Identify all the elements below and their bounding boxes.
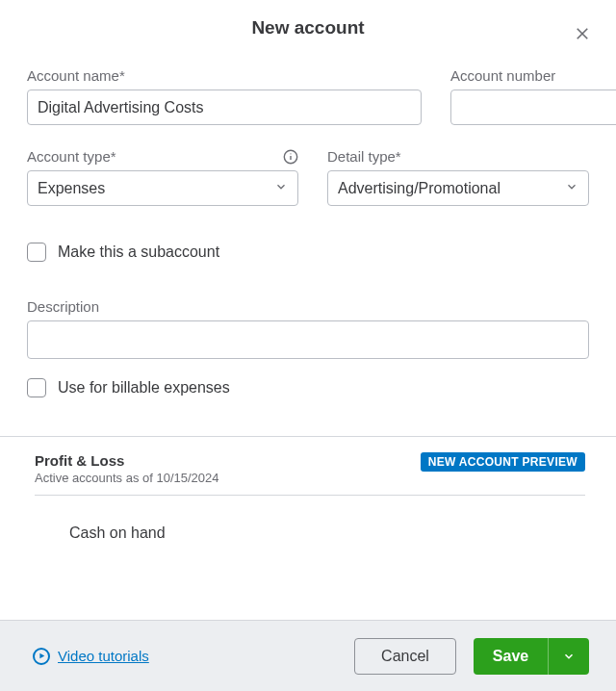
preview-badge: NEW ACCOUNT PREVIEW [421, 452, 585, 472]
detail-type-label: Detail type* [327, 148, 589, 165]
svg-marker-5 [39, 653, 44, 659]
billable-checkbox[interactable] [27, 378, 46, 397]
subaccount-label: Make this a subaccount [58, 243, 219, 261]
chevron-down-icon [274, 180, 288, 197]
description-label: Description [27, 298, 589, 315]
detail-type-value: Advertising/Promotional [338, 180, 500, 197]
save-dropdown-button[interactable] [549, 638, 589, 675]
billable-label: Use for billable expenses [58, 379, 230, 397]
play-icon [33, 648, 50, 665]
account-number-label: Account number [450, 67, 616, 84]
save-button[interactable]: Save [474, 638, 549, 675]
modal-title: New account [251, 17, 364, 38]
detail-type-select[interactable]: Advertising/Promotional [327, 170, 589, 206]
cancel-button[interactable]: Cancel [354, 638, 456, 675]
preview-item: Cash on hand [35, 496, 585, 542]
subaccount-checkbox[interactable] [27, 243, 46, 262]
description-input[interactable] [27, 320, 589, 359]
info-icon[interactable] [283, 149, 298, 165]
preview-subtitle: Active accounts as of 10/15/2024 [35, 471, 219, 485]
account-type-value: Expenses [38, 180, 105, 197]
account-name-label: Account name* [27, 67, 422, 84]
account-name-input[interactable] [27, 90, 422, 125]
close-icon [574, 25, 591, 42]
preview-section: Profit & Loss Active accounts as of 10/1… [0, 436, 616, 542]
chevron-down-icon [562, 650, 576, 663]
chevron-down-icon [565, 180, 578, 197]
close-button[interactable] [570, 21, 595, 46]
account-type-label: Account type* [27, 148, 116, 165]
preview-title: Profit & Loss [35, 452, 219, 469]
account-number-input[interactable] [450, 90, 616, 125]
account-type-select[interactable]: Expenses [27, 170, 298, 206]
svg-point-4 [290, 153, 291, 154]
video-tutorials-link[interactable]: Video tutorials [58, 648, 149, 664]
